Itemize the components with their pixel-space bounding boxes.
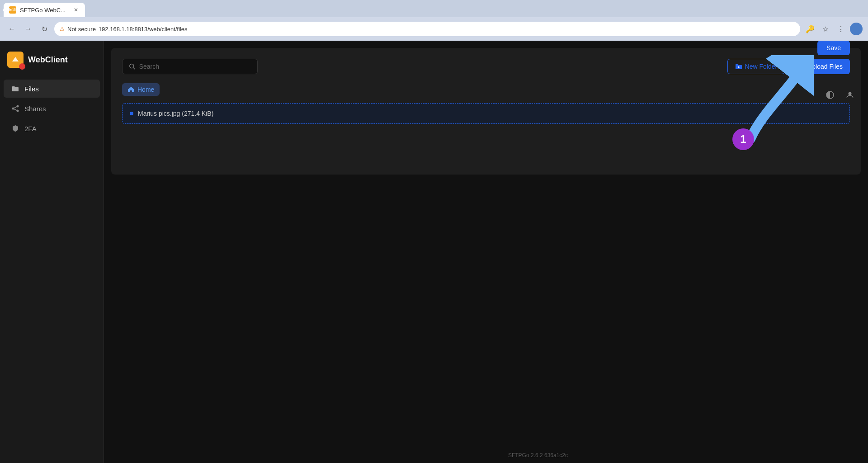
address-bar[interactable]: ⚠ Not secure 192.168.1.18:8813/web/clien… <box>54 22 800 36</box>
footer: SFTPGo 2.6.2 636a1c2c <box>208 448 868 463</box>
security-icon: ⚠ <box>60 26 65 32</box>
home-label: Home <box>137 86 154 93</box>
profile-avatar[interactable] <box>850 23 863 35</box>
upload-icon <box>797 63 805 70</box>
bookmark-icon[interactable]: ☆ <box>819 23 832 35</box>
svg-line-4 <box>13 109 18 111</box>
panel-toolbar: New Folder Upload Files <box>122 59 850 74</box>
new-folder-label: New Folder <box>745 63 778 70</box>
upload-label: Upload Files <box>807 63 843 70</box>
password-manager-icon[interactable]: 🔑 <box>804 23 816 35</box>
sidebar: WebClient Files Shares <box>0 41 104 463</box>
svg-line-3 <box>13 106 18 109</box>
svg-point-6 <box>849 92 852 95</box>
svg-line-8 <box>133 68 135 70</box>
sidebar-item-2fa[interactable]: 2FA <box>4 119 100 137</box>
toolbar-buttons: New Folder Upload Files <box>727 59 850 74</box>
shield-icon <box>11 124 20 133</box>
main-content: New Folder Upload Files <box>104 41 868 182</box>
sidebar-item-files[interactable]: Files <box>4 80 100 98</box>
logo-icon <box>7 52 24 68</box>
search-box[interactable] <box>122 59 258 74</box>
app-logo: WebClient <box>0 48 104 79</box>
tab-bar: WebClient SFTPGo WebC... ✕ <box>0 0 868 17</box>
tab-close-button[interactable]: ✕ <box>72 6 80 14</box>
home-breadcrumb[interactable]: Home <box>122 83 160 96</box>
2fa-nav-label: 2FA <box>24 125 37 132</box>
menu-icon[interactable]: ⋮ <box>835 23 847 35</box>
sidebar-item-shares[interactable]: Shares <box>4 99 100 118</box>
address-text: 192.168.1.18:8813/web/client/files <box>99 26 188 33</box>
save-button[interactable]: Save <box>817 41 850 55</box>
browser-toolbar: ← → ↻ ⚠ Not secure 192.168.1.18:8813/web… <box>0 17 868 41</box>
file-indicator <box>130 112 133 115</box>
file-name: Marius pics.jpg (271.4 KiB) <box>138 110 213 117</box>
forward-button[interactable]: → <box>22 23 34 35</box>
new-folder-button[interactable]: New Folder <box>727 59 785 74</box>
browser-actions: 🔑 ☆ ⋮ <box>804 23 863 35</box>
tab-favicon: WebClient <box>9 6 16 14</box>
security-label: Not secure <box>67 26 96 33</box>
browser-chrome: WebClient SFTPGo WebC... ✕ ← → ↻ ⚠ Not s… <box>0 0 868 41</box>
search-icon <box>129 63 136 70</box>
reload-button[interactable]: ↻ <box>38 23 51 35</box>
user-menu-button[interactable] <box>843 88 857 102</box>
home-icon <box>127 86 135 93</box>
folder-icon <box>11 84 20 93</box>
upload-files-button[interactable]: Upload Files <box>790 59 850 74</box>
shares-nav-label: Shares <box>24 105 46 113</box>
app-layout: WebClient Files Shares <box>0 41 868 463</box>
header-bar <box>208 81 868 109</box>
svg-point-7 <box>130 64 134 68</box>
new-folder-icon <box>735 63 742 70</box>
version-text: SFTPGo 2.6.2 636a1c2c <box>508 452 568 458</box>
theme-toggle-button[interactable] <box>823 88 837 102</box>
shares-icon <box>11 104 20 113</box>
app-name: WebClient <box>28 55 68 65</box>
browser-tab[interactable]: WebClient SFTPGo WebC... ✕ <box>4 3 85 17</box>
search-input[interactable] <box>139 63 251 70</box>
content-panel: New Folder Upload Files <box>111 48 861 175</box>
back-button[interactable]: ← <box>5 23 18 35</box>
tab-title: SFTPGo WebC... <box>20 7 66 14</box>
files-nav-label: Files <box>24 85 39 93</box>
